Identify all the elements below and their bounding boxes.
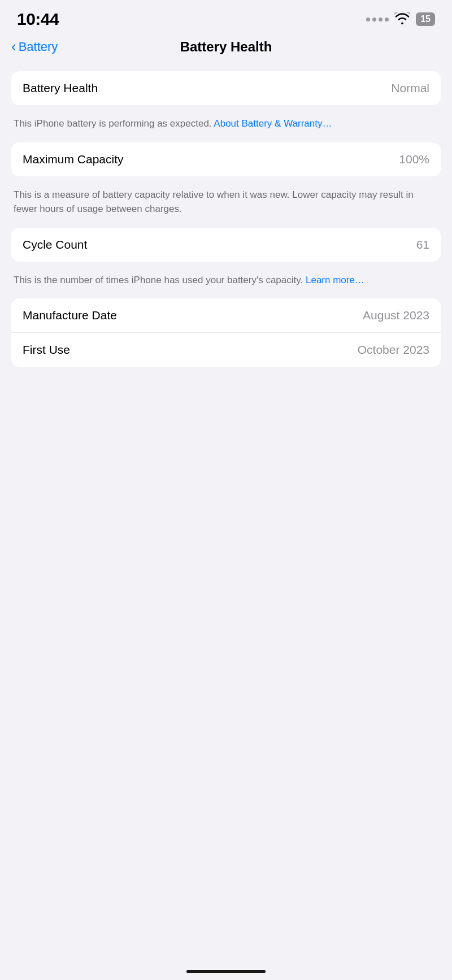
first-use-label: First Use bbox=[23, 343, 70, 357]
back-chevron-icon: ‹ bbox=[11, 39, 16, 54]
manufacture-date-label: Manufacture Date bbox=[23, 309, 117, 322]
wifi-icon bbox=[394, 12, 410, 27]
battery-health-row: Battery Health Normal bbox=[11, 71, 441, 105]
battery-icon: 15 bbox=[416, 12, 435, 26]
signal-icon bbox=[366, 18, 389, 21]
manufacture-date-row: Manufacture Date August 2023 bbox=[11, 298, 441, 333]
maximum-capacity-label: Maximum Capacity bbox=[23, 153, 124, 166]
maximum-capacity-value: 100% bbox=[399, 153, 429, 166]
cycle-count-label: Cycle Count bbox=[23, 238, 87, 251]
signal-dot-4 bbox=[385, 18, 389, 21]
first-use-value: October 2023 bbox=[358, 343, 429, 357]
battery-health-description: This iPhone battery is performing as exp… bbox=[11, 111, 441, 142]
maximum-capacity-card: Maximum Capacity 100% bbox=[11, 142, 441, 176]
cycle-count-description: This is the number of times iPhone has u… bbox=[11, 267, 441, 299]
maximum-capacity-row: Maximum Capacity 100% bbox=[11, 142, 441, 176]
battery-health-label: Battery Health bbox=[23, 81, 98, 95]
battery-health-value: Normal bbox=[391, 81, 429, 95]
status-icons: 15 bbox=[366, 12, 435, 27]
learn-more-link[interactable]: Learn more… bbox=[306, 275, 364, 285]
signal-dot-2 bbox=[372, 18, 376, 21]
dates-card: Manufacture Date August 2023 First Use O… bbox=[11, 298, 441, 367]
cycle-count-card: Cycle Count 61 bbox=[11, 228, 441, 262]
battery-health-card: Battery Health Normal bbox=[11, 71, 441, 105]
battery-warranty-link[interactable]: About Battery & Warranty… bbox=[214, 118, 332, 129]
main-content: Battery Health Normal This iPhone batter… bbox=[0, 66, 452, 395]
status-time: 10:44 bbox=[17, 10, 59, 29]
page-title: Battery Health bbox=[180, 39, 272, 55]
manufacture-date-value: August 2023 bbox=[363, 309, 429, 322]
back-label: Battery bbox=[19, 40, 58, 54]
nav-header: ‹ Battery Battery Health bbox=[0, 34, 452, 66]
signal-dot-1 bbox=[366, 18, 370, 21]
home-indicator bbox=[186, 970, 266, 973]
cycle-count-row: Cycle Count 61 bbox=[11, 228, 441, 262]
signal-dot-3 bbox=[379, 18, 383, 21]
battery-percent: 15 bbox=[420, 14, 431, 24]
first-use-row: First Use October 2023 bbox=[11, 333, 441, 367]
status-bar: 10:44 15 bbox=[0, 0, 452, 34]
back-button[interactable]: ‹ Battery bbox=[11, 40, 58, 54]
cycle-count-value: 61 bbox=[416, 238, 429, 251]
maximum-capacity-description: This is a measure of battery capacity re… bbox=[11, 182, 441, 228]
